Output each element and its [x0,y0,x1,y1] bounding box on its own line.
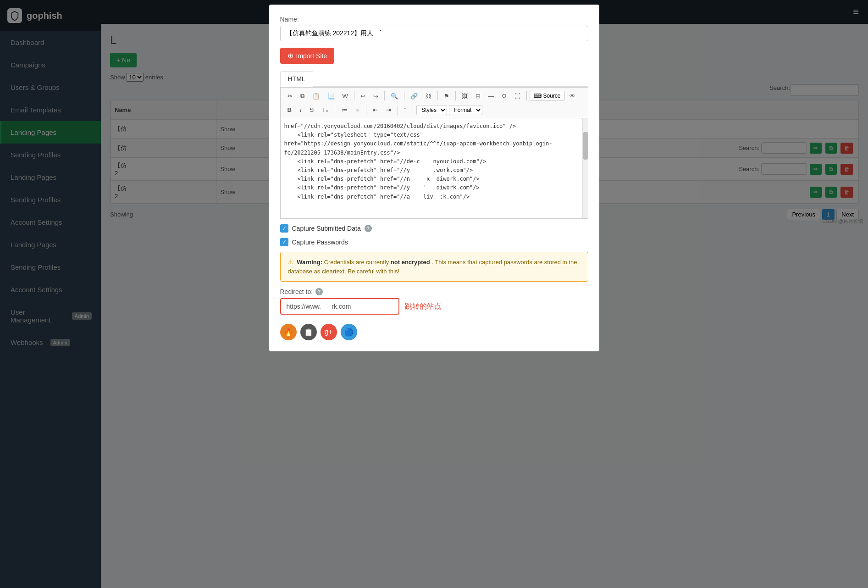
bold-button[interactable]: B [284,105,295,115]
sep-9 [398,105,398,115]
name-label: Name: [280,16,588,23]
warning-icon: ⚠ [288,259,293,266]
code-line: fe/20221205-173638/mainEntry.css"/> [284,149,584,157]
capture-submitted-row: ✓ Capture Submitted Data ? [280,224,588,233]
modal-icon-btn-4[interactable]: 🔵 [341,324,357,340]
table-button[interactable]: ⊞ [472,91,484,101]
capture-passwords-checkbox[interactable]: ✓ [280,238,288,246]
unlink-button[interactable]: ⛓ [422,91,435,101]
sep-7 [335,105,335,115]
modal-overlay: Name: ⊕ Import Site HTML ✂ ⧉ 📋 📃 W ↩ ↪ 🔍… [0,0,868,588]
find-button[interactable]: 🔍 [387,91,401,101]
modal-bottom-icons: 🔥 📋 g+ 🔵 [280,324,588,340]
redo-button[interactable]: ↪ [370,91,381,101]
sep-8 [366,105,366,115]
code-line: <link rel="dns-prefetch" href="//y .work… [284,166,584,175]
strike-button[interactable]: S [307,105,317,115]
format-select[interactable]: Format [449,105,482,115]
code-line: <link rel="dns-prefetch" href="//y ' diw… [284,183,584,192]
ul-button[interactable]: ≡ [353,105,363,115]
sep-3 [404,91,404,100]
code-line: <link rel="dns-prefetch" href="//n x diw… [284,175,584,183]
import-label: Import Site [296,52,327,60]
italic-button[interactable]: I [297,105,305,115]
special-char-button[interactable]: Ω [499,91,510,101]
capture-passwords-row: ✓ Capture Passwords [280,238,588,246]
blockquote-button[interactable]: " [401,105,410,115]
styles-select[interactable]: Styles [416,105,447,115]
sep-2 [384,91,385,100]
warning-prefix: Warning: [297,259,322,266]
redirect-annotation: 跳转的站点 [405,302,442,311]
source-icon: ⌨ [534,93,542,99]
sep-1 [354,91,354,100]
code-line: href="//cdn.yonyoucloud.com/20160402/clo… [284,122,584,131]
redirect-input-wrap: 跳转的站点 [280,298,588,315]
image-button[interactable]: 🖼 [459,91,471,101]
ol-button[interactable]: ≔ [338,105,351,115]
import-site-button[interactable]: ⊕ Import Site [280,48,335,64]
capture-submitted-checkbox[interactable]: ✓ [280,224,288,233]
modal-icon-btn-3[interactable]: g+ [321,324,337,340]
code-line: <link rel="dns-prefetch" href="//a liv :… [284,193,584,201]
sep-10 [413,105,413,115]
warning-box: ⚠ Warning: Credentials are currently not… [280,252,588,282]
sep-4 [437,91,438,100]
redirect-input[interactable] [280,298,399,315]
editor-content-area[interactable]: href="//cdn.yonyoucloud.com/20160402/clo… [280,118,588,219]
scrollbar[interactable] [582,118,588,218]
redirect-label: Redirect to: ? [280,288,588,295]
name-input[interactable] [280,26,588,41]
paste-word-button[interactable]: W [339,91,351,101]
toolbar-row-2: B I S Tₓ ≔ ≡ ⇤ ⇥ " Styles Format [284,105,584,115]
source-button[interactable]: ⌨ Source [530,91,565,101]
flag-button[interactable]: ⚑ [441,91,453,101]
undo-button[interactable]: ↩ [357,91,369,101]
sep-6 [526,91,527,100]
warning-text: Credentials are currently [324,259,391,266]
code-line: <link rel="dns-prefetch" href="//de·c ny… [284,157,584,166]
cut-button[interactable]: ✂ [284,91,296,101]
sep-5 [455,91,456,100]
subscript-button[interactable]: Tₓ [319,105,332,115]
copy-toolbar-button[interactable]: ⧉ [297,90,308,101]
capture-submitted-help[interactable]: ? [365,225,372,232]
redirect-help[interactable]: ? [315,288,323,295]
editor-toolbar: ✂ ⧉ 📋 📃 W ↩ ↪ 🔍 🔗 ⛓ ⚑ 🖼 ⊞ ― Ω ⛶ ⌨ Source [280,87,588,118]
landing-page-modal: Name: ⊕ Import Site HTML ✂ ⧉ 📋 📃 W ↩ ↪ 🔍… [269,5,599,351]
warning-bold: not encrypted [391,259,430,266]
tab-bar: HTML [280,71,588,87]
scrollbar-thumb [583,132,588,160]
tab-html[interactable]: HTML [280,71,313,87]
import-icon: ⊕ [287,51,293,60]
indent-button[interactable]: ⇥ [383,105,394,115]
code-line: href="https://design.yonyoucloud.com/sta… [284,139,584,148]
capture-passwords-label: Capture Passwords [292,239,348,246]
paste-button[interactable]: 📋 [309,91,323,101]
code-line: <link rel="stylesheet" type="text/css" [284,131,584,139]
modal-icon-btn-2[interactable]: 📋 [300,324,317,340]
fullscreen-button[interactable]: ⛶ [511,91,524,101]
hr-button[interactable]: ― [485,91,498,101]
paste-text-button[interactable]: 📃 [324,91,338,101]
modal-icon-btn-1[interactable]: 🔥 [280,324,297,340]
capture-submitted-label: Capture Submitted Data [292,225,361,232]
preview-button[interactable]: 👁 [566,91,579,101]
link-button[interactable]: 🔗 [407,91,421,101]
outdent-button[interactable]: ⇤ [370,105,381,115]
